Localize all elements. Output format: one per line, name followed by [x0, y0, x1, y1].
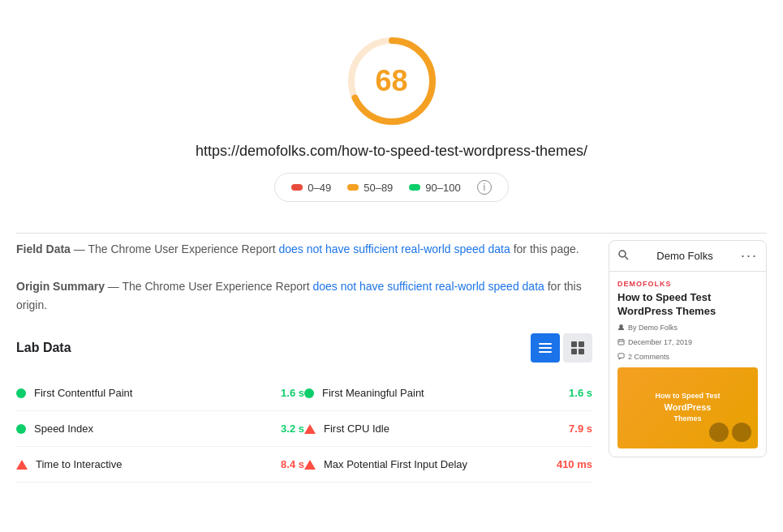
view-toggle — [531, 333, 592, 363]
svg-rect-4 — [539, 351, 552, 353]
svg-rect-16 — [618, 354, 624, 358]
date-meta: December 17, 2019 — [617, 338, 692, 346]
origin-summary-section: Origin Summary — The Chrome User Experie… — [16, 277, 592, 314]
field-data-prefix: — The Chrome User Experience Report — [74, 242, 279, 255]
mpfid-indicator — [304, 460, 316, 470]
svg-line-10 — [626, 257, 629, 260]
legend-item-red: 0–49 — [291, 182, 331, 194]
score-section: 68 https://demofolks.com/how-to-speed-te… — [16, 16, 767, 226]
metric-row-mpfid: Max Potential First Input Delay 410 ms — [304, 447, 592, 483]
metric-row-fmp: First Meaningful Paint 1.6 s — [304, 375, 592, 411]
si-value: 3.2 s — [281, 423, 304, 435]
score-number: 68 — [375, 64, 407, 98]
fmp-indicator — [304, 388, 314, 398]
fci-value: 7.9 s — [569, 423, 592, 435]
tti-indicator — [16, 460, 28, 470]
fcp-value: 1.6 s — [281, 387, 304, 399]
metrics-grid: First Contentful Paint 1.6 s First Meani… — [16, 375, 592, 483]
list-icon — [539, 341, 552, 354]
page-wrapper: 68 https://demofolks.com/how-to-speed-te… — [0, 0, 783, 518]
calendar-icon — [617, 338, 625, 345]
field-data-title: Field Data — [16, 242, 71, 255]
svg-rect-8 — [579, 349, 584, 354]
lab-data-header: Lab Data — [16, 333, 592, 363]
metric-row-si: Speed Index 3.2 s — [16, 411, 304, 447]
article-title: How to Speed Test WordPress Themes — [617, 291, 758, 319]
score-ring: 68 — [343, 32, 441, 130]
origin-prefix: — The Chrome User Experience Report — [108, 280, 313, 293]
field-data-link[interactable]: does not have sufficient real-world spee… — [278, 242, 510, 255]
field-data-description: Field Data — The Chrome User Experience … — [16, 240, 592, 258]
fci-name: First CPU Idle — [324, 423, 561, 435]
origin-summary-description: Origin Summary — The Chrome User Experie… — [16, 277, 592, 314]
legend-label-red: 0–49 — [308, 182, 331, 194]
author-meta: By Demo Folks — [617, 324, 678, 332]
lab-data-title: Lab Data — [16, 341, 71, 355]
search-icon — [617, 249, 629, 263]
origin-summary-title: Origin Summary — [16, 280, 105, 293]
comments-meta-row: 2 Comments — [617, 353, 758, 363]
fci-indicator — [304, 424, 316, 434]
svg-rect-6 — [579, 341, 584, 347]
grid-icon — [571, 341, 584, 354]
legend-label-green: 90–100 — [425, 182, 460, 194]
svg-rect-2 — [539, 343, 552, 345]
overlay-icon-1 — [709, 423, 729, 442]
toggle-grid-button[interactable] — [563, 333, 592, 363]
fmp-value: 1.6 s — [569, 387, 592, 399]
mpfid-name: Max Potential First Input Delay — [324, 458, 549, 470]
svg-rect-12 — [618, 340, 624, 345]
comments-text: 2 Comments — [628, 353, 669, 361]
date-text: December 17, 2019 — [628, 338, 692, 346]
date-meta-row: December 17, 2019 — [617, 338, 758, 348]
author-icon — [617, 324, 625, 331]
mpfid-value: 410 ms — [557, 458, 592, 470]
screenshot-image: How to Speed Test WordPress Themes — [617, 367, 758, 448]
overlay-icon-2 — [732, 423, 751, 442]
image-overlay-icons — [709, 423, 751, 442]
tti-value: 8.4 s — [281, 458, 304, 470]
info-icon[interactable]: i — [477, 180, 492, 195]
svg-rect-5 — [571, 341, 577, 347]
screenshot-content: DEMOFOLKS How to Speed Test WordPress Th… — [609, 272, 766, 457]
screenshot-image-title: How to Speed Test WordPress Themes — [656, 391, 721, 424]
url-display: https://demofolks.com/how-to-speed-test-… — [196, 143, 587, 160]
toggle-list-button[interactable] — [531, 333, 560, 363]
screenshot-site-name: Demo Folks — [635, 250, 734, 262]
right-panel: Demo Folks ··· DEMOFOLKS How to Speed Te… — [609, 240, 767, 502]
tti-name: Time to Interactive — [36, 458, 273, 470]
green-dot — [409, 184, 420, 191]
comments-icon — [617, 353, 625, 360]
red-dot — [291, 184, 303, 191]
legend-label-orange: 50–89 — [364, 182, 393, 194]
svg-point-9 — [619, 251, 626, 257]
svg-rect-3 — [539, 347, 552, 349]
si-name: Speed Index — [34, 423, 273, 435]
score-legend: 0–49 50–89 90–100 i — [274, 173, 508, 202]
screenshot-card: Demo Folks ··· DEMOFOLKS How to Speed Te… — [609, 240, 767, 457]
author-text: By Demo Folks — [628, 324, 678, 332]
metric-row-tti: Time to Interactive 8.4 s — [16, 447, 304, 483]
left-panel: Field Data — The Chrome User Experience … — [16, 240, 592, 502]
main-content: Field Data — The Chrome User Experience … — [16, 240, 767, 502]
si-indicator — [16, 424, 26, 434]
metric-row-fcp: First Contentful Paint 1.6 s — [16, 375, 304, 411]
svg-rect-7 — [571, 349, 577, 354]
fcp-indicator — [16, 388, 26, 398]
field-data-suffix: for this page. — [514, 242, 579, 255]
fcp-name: First Contentful Paint — [34, 387, 273, 399]
menu-icon[interactable]: ··· — [741, 247, 758, 264]
brand-label: DEMOFOLKS — [617, 280, 758, 288]
screenshot-header: Demo Folks ··· — [609, 241, 766, 272]
top-divider — [16, 233, 767, 234]
lab-data-section: Lab Data — [16, 333, 592, 483]
metric-row-fci: First CPU Idle 7.9 s — [304, 411, 592, 447]
comments-meta: 2 Comments — [617, 353, 669, 361]
fmp-name: First Meaningful Paint — [322, 387, 561, 399]
article-meta-row: By Demo Folks — [617, 324, 758, 333]
origin-summary-link[interactable]: does not have sufficient real-world spee… — [312, 280, 544, 293]
orange-dot — [347, 184, 359, 191]
legend-item-green: 90–100 — [409, 182, 460, 194]
field-data-section: Field Data — The Chrome User Experience … — [16, 240, 592, 258]
legend-item-orange: 50–89 — [347, 182, 393, 194]
